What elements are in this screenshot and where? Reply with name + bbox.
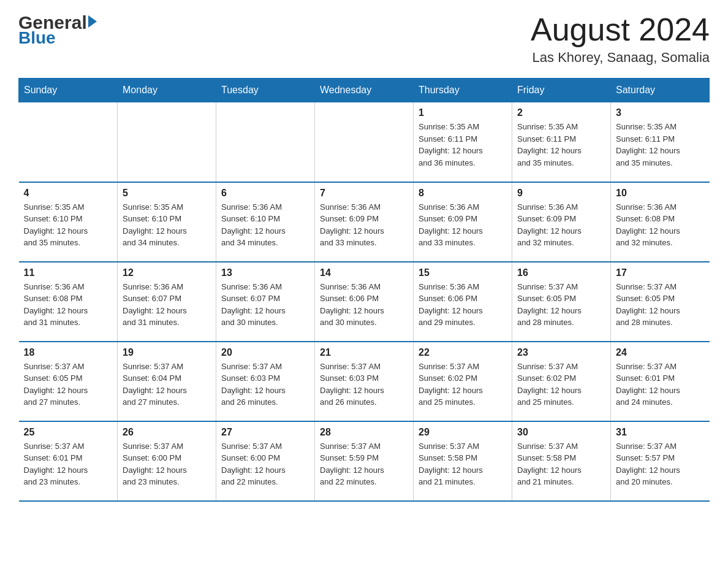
day-number: 1 [419,107,507,118]
day-cell: 26Sunrise: 5:37 AMSunset: 6:00 PMDayligh… [118,421,216,501]
day-number: 30 [517,427,605,438]
week-row-3: 11Sunrise: 5:36 AMSunset: 6:08 PMDayligh… [19,262,710,342]
day-number: 10 [616,188,705,199]
header-cell-saturday: Saturday [611,79,710,102]
day-number: 23 [517,347,605,358]
day-info: Sunrise: 5:37 AMSunset: 5:59 PMDaylight:… [320,440,408,488]
day-cell: 28Sunrise: 5:37 AMSunset: 5:59 PMDayligh… [315,421,414,501]
day-number: 7 [320,188,408,199]
day-cell: 4Sunrise: 5:35 AMSunset: 6:10 PMDaylight… [19,182,118,262]
day-info: Sunrise: 5:36 AMSunset: 6:09 PMDaylight:… [419,201,507,249]
day-cell: 1Sunrise: 5:35 AMSunset: 6:11 PMDaylight… [414,102,512,182]
day-cell: 17Sunrise: 5:37 AMSunset: 6:05 PMDayligh… [611,262,710,342]
title-section: August 2024 Las Khorey, Sanaag, Somalia [531,12,710,66]
header-row: SundayMondayTuesdayWednesdayThursdayFrid… [19,79,710,102]
day-number: 14 [320,267,408,278]
day-info: Sunrise: 5:35 AMSunset: 6:11 PMDaylight:… [419,121,507,169]
day-info: Sunrise: 5:37 AMSunset: 6:03 PMDaylight:… [221,361,309,408]
day-info: Sunrise: 5:37 AMSunset: 6:00 PMDaylight:… [221,440,309,488]
day-number: 12 [123,267,211,278]
day-info: Sunrise: 5:35 AMSunset: 6:11 PMDaylight:… [616,121,705,169]
day-cell: 30Sunrise: 5:37 AMSunset: 5:58 PMDayligh… [512,421,611,501]
day-number: 13 [221,267,309,278]
header-cell-monday: Monday [118,79,216,102]
day-cell: 25Sunrise: 5:37 AMSunset: 6:01 PMDayligh… [19,421,118,501]
day-cell: 31Sunrise: 5:37 AMSunset: 5:57 PMDayligh… [611,421,710,501]
day-number: 3 [616,107,705,118]
header-cell-friday: Friday [512,79,611,102]
day-cell: 22Sunrise: 5:37 AMSunset: 6:02 PMDayligh… [414,342,512,421]
day-info: Sunrise: 5:36 AMSunset: 6:07 PMDaylight:… [123,281,211,329]
day-info: Sunrise: 5:37 AMSunset: 6:00 PMDaylight:… [123,440,211,488]
day-info: Sunrise: 5:35 AMSunset: 6:10 PMDaylight:… [123,201,211,249]
day-number: 29 [419,427,507,438]
day-cell: 15Sunrise: 5:36 AMSunset: 6:06 PMDayligh… [414,262,512,342]
day-info: Sunrise: 5:36 AMSunset: 6:08 PMDaylight:… [24,281,113,329]
header-cell-thursday: Thursday [414,79,512,102]
day-info: Sunrise: 5:37 AMSunset: 6:02 PMDaylight:… [419,361,507,408]
day-info: Sunrise: 5:36 AMSunset: 6:07 PMDaylight:… [221,281,309,329]
day-number: 27 [221,427,309,438]
day-number: 21 [320,347,408,358]
day-cell [315,102,414,182]
header: General Blue August 2024 Las Khorey, San… [18,12,710,66]
logo-blue-text: Blue [18,28,97,48]
day-cell: 6Sunrise: 5:36 AMSunset: 6:10 PMDaylight… [216,182,315,262]
day-cell: 9Sunrise: 5:36 AMSunset: 6:09 PMDaylight… [512,182,611,262]
header-cell-sunday: Sunday [19,79,118,102]
day-number: 4 [24,188,113,199]
week-row-4: 18Sunrise: 5:37 AMSunset: 6:05 PMDayligh… [19,342,710,421]
day-info: Sunrise: 5:37 AMSunset: 5:58 PMDaylight:… [419,440,507,488]
day-info: Sunrise: 5:37 AMSunset: 6:05 PMDaylight:… [24,361,113,408]
day-info: Sunrise: 5:37 AMSunset: 6:01 PMDaylight:… [24,440,113,488]
logo-arrow-icon [88,15,97,28]
day-info: Sunrise: 5:37 AMSunset: 6:05 PMDaylight:… [517,281,605,329]
day-cell: 18Sunrise: 5:37 AMSunset: 6:05 PMDayligh… [19,342,118,421]
day-cell: 7Sunrise: 5:36 AMSunset: 6:09 PMDaylight… [315,182,414,262]
logo: General Blue [18,12,97,48]
day-cell: 12Sunrise: 5:36 AMSunset: 6:07 PMDayligh… [118,262,216,342]
day-cell: 13Sunrise: 5:36 AMSunset: 6:07 PMDayligh… [216,262,315,342]
day-info: Sunrise: 5:37 AMSunset: 6:01 PMDaylight:… [616,361,705,408]
location-title: Las Khorey, Sanaag, Somalia [531,50,710,66]
week-row-5: 25Sunrise: 5:37 AMSunset: 6:01 PMDayligh… [19,421,710,501]
day-cell: 21Sunrise: 5:37 AMSunset: 6:03 PMDayligh… [315,342,414,421]
day-cell: 24Sunrise: 5:37 AMSunset: 6:01 PMDayligh… [611,342,710,421]
day-number: 25 [24,427,113,438]
day-number: 9 [517,188,605,199]
week-row-2: 4Sunrise: 5:35 AMSunset: 6:10 PMDaylight… [19,182,710,262]
day-number: 26 [123,427,211,438]
day-info: Sunrise: 5:37 AMSunset: 6:05 PMDaylight:… [616,281,705,329]
day-info: Sunrise: 5:36 AMSunset: 6:06 PMDaylight:… [320,281,408,329]
day-info: Sunrise: 5:37 AMSunset: 6:04 PMDaylight:… [123,361,211,408]
day-number: 15 [419,267,507,278]
header-cell-tuesday: Tuesday [216,79,315,102]
day-number: 31 [616,427,705,438]
day-number: 19 [123,347,211,358]
header-cell-wednesday: Wednesday [315,79,414,102]
day-number: 6 [221,188,309,199]
day-cell: 8Sunrise: 5:36 AMSunset: 6:09 PMDaylight… [414,182,512,262]
day-info: Sunrise: 5:35 AMSunset: 6:11 PMDaylight:… [517,121,605,169]
calendar-header: SundayMondayTuesdayWednesdayThursdayFrid… [19,79,710,102]
day-info: Sunrise: 5:37 AMSunset: 6:03 PMDaylight:… [320,361,408,408]
day-cell [216,102,315,182]
day-number: 24 [616,347,705,358]
day-cell: 11Sunrise: 5:36 AMSunset: 6:08 PMDayligh… [19,262,118,342]
day-cell: 5Sunrise: 5:35 AMSunset: 6:10 PMDaylight… [118,182,216,262]
day-number: 22 [419,347,507,358]
day-number: 2 [517,107,605,118]
day-info: Sunrise: 5:35 AMSunset: 6:10 PMDaylight:… [24,201,113,249]
day-cell: 27Sunrise: 5:37 AMSunset: 6:00 PMDayligh… [216,421,315,501]
day-info: Sunrise: 5:37 AMSunset: 5:58 PMDaylight:… [517,440,605,488]
calendar-table: SundayMondayTuesdayWednesdayThursdayFrid… [18,78,710,502]
day-info: Sunrise: 5:36 AMSunset: 6:08 PMDaylight:… [616,201,705,249]
day-cell: 20Sunrise: 5:37 AMSunset: 6:03 PMDayligh… [216,342,315,421]
day-cell: 19Sunrise: 5:37 AMSunset: 6:04 PMDayligh… [118,342,216,421]
day-number: 5 [123,188,211,199]
day-cell: 10Sunrise: 5:36 AMSunset: 6:08 PMDayligh… [611,182,710,262]
week-row-1: 1Sunrise: 5:35 AMSunset: 6:11 PMDaylight… [19,102,710,182]
day-cell: 14Sunrise: 5:36 AMSunset: 6:06 PMDayligh… [315,262,414,342]
day-info: Sunrise: 5:36 AMSunset: 6:09 PMDaylight:… [517,201,605,249]
day-number: 16 [517,267,605,278]
